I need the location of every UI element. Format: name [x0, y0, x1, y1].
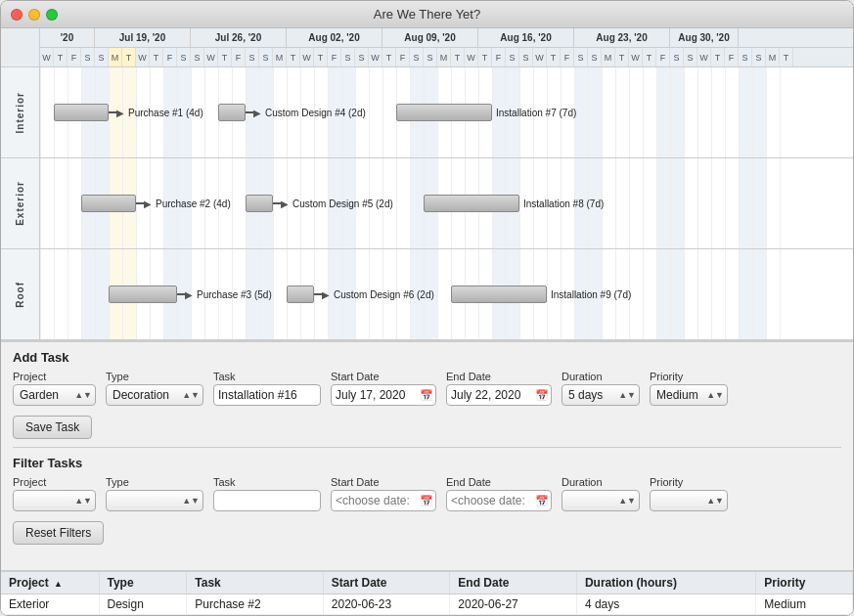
weekend-col: [81, 249, 95, 339]
bar-label-1-2: Installation #8 (7d): [523, 198, 604, 209]
day-label-48: W: [697, 48, 711, 67]
day-label-21: F: [328, 48, 341, 67]
day-label-29: M: [437, 48, 451, 67]
type-field: Type Decoration Design Purchase Installa…: [106, 371, 203, 406]
gantt-bar-1-2: Installation #8 (7d): [424, 195, 604, 212]
day-label-8: T: [150, 48, 163, 67]
table-row: Exterior Design Purchase #2 2020-06-23 2…: [1, 594, 853, 615]
weekend-col: [739, 249, 752, 339]
day-label-32: T: [478, 48, 492, 67]
filter-task-input[interactable]: [213, 490, 321, 511]
type-select[interactable]: Decoration Design Purchase Installation: [106, 384, 203, 406]
filter-tasks-row: Project Garden Interior Exterior Roof ▲▼: [13, 476, 841, 511]
save-task-button[interactable]: Save Task: [13, 416, 92, 439]
reset-filters-button[interactable]: Reset Filters: [13, 521, 104, 545]
filter-project-wrapper: Garden Interior Exterior Roof ▲▼: [13, 490, 96, 511]
filter-end-date-input[interactable]: [446, 490, 552, 511]
day-label-27: S: [410, 48, 424, 67]
filter-task-label: Task: [213, 476, 321, 488]
week-label-6: Aug 23, '20: [574, 28, 670, 47]
cell-task: Purchase #2: [187, 594, 323, 615]
day-label-16: S: [259, 48, 273, 67]
filter-project-select[interactable]: Garden Interior Exterior Roof: [13, 490, 96, 511]
weekend-col: [670, 158, 684, 248]
bar-label-0-0: Purchase #1 (4d): [128, 108, 203, 118]
add-task-row: Project Garden Interior Exterior Roof ▲▼…: [13, 371, 841, 406]
day-label-2: F: [67, 48, 81, 67]
bar-label-2-1: Custom Design #6 (2d): [334, 289, 434, 300]
start-date-input[interactable]: [331, 384, 436, 406]
main-window: Are We There Yet? '20 Jul 19, '20 Jul 26…: [0, 0, 854, 616]
day-label-51: S: [739, 48, 752, 67]
end-date-input[interactable]: [446, 384, 552, 406]
day-label-19: W: [300, 48, 314, 67]
day-label-24: W: [369, 48, 382, 67]
table-header-row: Project ▲ Type Task Start Date: [1, 572, 853, 594]
bar-label-2-0: Purchase #3 (5d): [197, 289, 272, 300]
day-label-52: S: [752, 48, 766, 67]
task-label: Task: [213, 371, 321, 382]
day-label-14: F: [232, 48, 246, 67]
week-label-4: Aug 09, '20: [382, 28, 478, 47]
col-header-start-date[interactable]: Start Date: [323, 572, 450, 594]
filter-type-wrapper: Decoration Design Purchase Installation …: [106, 490, 203, 511]
gantt-bar-2-0: ▶Purchase #3 (5d): [109, 286, 272, 303]
window-title: Are We There Yet?: [374, 7, 480, 22]
filter-end-date-label: End Date: [446, 476, 552, 488]
day-label-20: T: [314, 48, 328, 67]
day-label-37: T: [547, 48, 561, 67]
day-label-45: F: [656, 48, 670, 67]
end-date-wrapper: 📅: [446, 384, 552, 406]
day-label-12: W: [204, 48, 218, 67]
col-header-type[interactable]: Type: [99, 572, 187, 594]
filter-start-date-wrapper: 📅: [331, 490, 436, 511]
filter-priority-select[interactable]: Low Medium High: [650, 490, 728, 511]
filter-type-select[interactable]: Decoration Design Purchase Installation: [106, 490, 203, 511]
day-label-39: S: [574, 48, 588, 67]
cell-duration: 4 days: [576, 594, 755, 615]
day-label-7: W: [136, 48, 150, 67]
day-label-34: S: [506, 48, 519, 67]
day-label-6: T: [122, 48, 136, 67]
filter-task-field: Task: [213, 476, 321, 511]
week-label-1: Jul 19, '20: [95, 28, 191, 47]
task-input[interactable]: [213, 384, 321, 406]
col-header-duration[interactable]: Duration (hours): [576, 572, 755, 594]
priority-select[interactable]: Medium Low High: [650, 384, 728, 406]
duration-select[interactable]: 5 days 1 day 2 days 3 days 4 days 6 days…: [562, 384, 640, 406]
day-label-44: T: [643, 48, 656, 67]
filter-duration-label: Duration: [562, 476, 640, 488]
task-field: Task: [213, 371, 321, 406]
close-button[interactable]: [11, 9, 22, 21]
maximize-button[interactable]: [46, 9, 58, 21]
duration-label: Duration: [562, 371, 640, 382]
day-label-23: S: [355, 48, 369, 67]
day-label-46: S: [670, 48, 684, 67]
priority-label: Priority: [650, 371, 728, 382]
col-header-priority[interactable]: Priority: [756, 572, 853, 594]
filter-tasks-title: Filter Tasks: [13, 456, 841, 470]
day-label-53: M: [766, 48, 780, 67]
end-date-field: End Date 📅: [446, 371, 552, 406]
col-header-project[interactable]: Project ▲: [1, 572, 99, 594]
filter-priority-field: Priority Low Medium High ▲▼: [650, 476, 728, 511]
col-header-task[interactable]: Task: [187, 572, 323, 594]
day-label-10: S: [177, 48, 191, 67]
project-select[interactable]: Garden Interior Exterior Roof: [13, 384, 96, 406]
filter-start-date-input[interactable]: [331, 490, 436, 511]
weekend-col: [752, 158, 766, 248]
day-label-33: F: [492, 48, 506, 67]
weekend-col: [588, 67, 602, 157]
cell-project: Exterior: [1, 594, 99, 615]
day-label-25: T: [382, 48, 396, 67]
col-header-end-date[interactable]: End Date: [450, 572, 577, 594]
day-label-15: S: [246, 48, 259, 67]
filter-priority-label: Priority: [650, 476, 728, 488]
weekend-col: [670, 249, 684, 339]
type-select-wrapper: Decoration Design Purchase Installation …: [106, 384, 203, 406]
cell-type: Design: [99, 594, 187, 615]
weekend-col: [656, 158, 670, 248]
minimize-button[interactable]: [28, 9, 40, 21]
filter-duration-select[interactable]: [562, 490, 640, 511]
day-label-3: S: [81, 48, 95, 67]
